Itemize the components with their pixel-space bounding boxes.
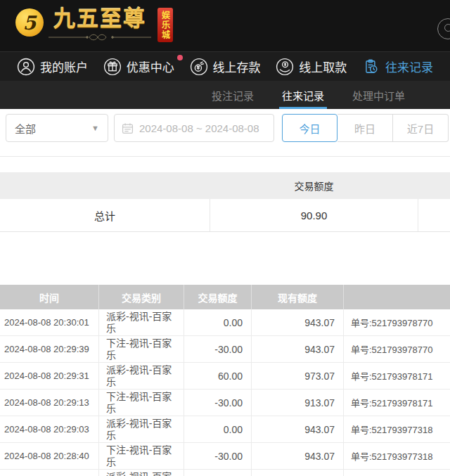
- cell-balance: [251, 470, 343, 476]
- logo-circle-icon: 5: [15, 8, 44, 37]
- cell-order-number: 单号:521793978770: [343, 336, 450, 362]
- table-row: 2024-08-08 20:30:01 派彩-视讯-百家乐 0.00 943.0…: [0, 309, 450, 336]
- filter-bar: 全部 ▼ 2024-08-08 ~ 2024-08-08 今日 昨日 近7日: [0, 109, 450, 156]
- cell-order-number: 单号:521793978171: [343, 363, 450, 389]
- summary-amount-header: 交易额度: [210, 179, 418, 193]
- cell-order-number: [343, 470, 450, 476]
- summary-total-value: 90.90: [210, 199, 418, 231]
- nav-item-deposit[interactable]: 线上存款: [190, 58, 261, 76]
- table-row: 2024-08-08 20:29:13 下注-视讯-百家乐 -30.00 913…: [0, 390, 450, 416]
- cell-order-number: 单号:521793977318: [343, 443, 450, 469]
- tab-label: 往来记录: [282, 88, 324, 103]
- tab-bet-records[interactable]: 投注记录: [209, 81, 257, 109]
- column-header-time: 时间: [0, 285, 98, 309]
- cell-time: 2024-08-08 20:29:03: [0, 416, 98, 442]
- cell-balance: 943.07: [251, 443, 343, 469]
- cell-time: 2024-08-08 20:30:01: [0, 309, 98, 335]
- today-button[interactable]: 今日: [282, 114, 338, 142]
- tab-label: 处理中订单: [352, 88, 405, 103]
- cell-amount: 0.00: [184, 416, 251, 442]
- yesterday-button[interactable]: 昨日: [338, 114, 393, 142]
- date-range-value: 2024-08-08 ~ 2024-08-08: [139, 122, 259, 134]
- cell-amount: [184, 470, 251, 476]
- nav-label: 往来记录: [385, 58, 433, 75]
- nav-label: 优惠中心: [127, 58, 174, 75]
- page: 5 九五至尊 娱乐城: [0, 0, 450, 476]
- records-table-body: 2024-08-08 20:30:01 派彩-视讯-百家乐 0.00 943.0…: [0, 309, 450, 476]
- nav-label: 线上取款: [299, 58, 347, 75]
- tab-label: 投注记录: [212, 88, 254, 103]
- cell-order-number: 单号:521793978171: [343, 390, 450, 416]
- nav-label: 线上存款: [213, 58, 261, 75]
- cell-type: 下注-视讯-百家乐: [98, 443, 184, 469]
- nav-item-promotions[interactable]: 优惠中心: [103, 58, 174, 76]
- deposit-icon: [190, 58, 208, 76]
- cell-balance: 973.07: [251, 363, 343, 389]
- gift-icon: [103, 58, 122, 76]
- brand-badge: 娱乐城: [158, 8, 173, 42]
- nav-label: 我的账户: [40, 58, 88, 75]
- category-select[interactable]: 全部 ▼: [6, 114, 108, 142]
- cell-type: 派彩-视讯-百家乐: [98, 309, 184, 335]
- brand-logo[interactable]: 5 九五至尊 娱乐城: [15, 7, 173, 42]
- cell-type: 下注-视讯-百家乐: [98, 390, 184, 416]
- date-range-input[interactable]: 2024-08-08 ~ 2024-08-08: [114, 114, 274, 142]
- cell-balance: 943.07: [251, 309, 343, 335]
- summary-total-label: 总计: [0, 199, 210, 231]
- cell-type: 派彩-视讯-百家乐: [98, 416, 184, 442]
- withdraw-icon: [276, 58, 294, 76]
- notification-dot: [177, 55, 183, 60]
- brand-header: 5 九五至尊 娱乐城: [0, 0, 450, 51]
- user-icon: [17, 58, 35, 76]
- summary-total-row: 总计 90.90: [0, 199, 450, 232]
- column-header-amount: 交易额度: [184, 285, 251, 309]
- category-select-value: 全部: [15, 121, 36, 136]
- chevron-down-icon: ▼: [91, 124, 99, 132]
- nav-item-records[interactable]: 往来记录: [362, 58, 433, 76]
- cell-type: 派彩-视讯-百家乐: [98, 363, 184, 389]
- records-table-header: 时间 交易类别 交易额度 现有额度: [0, 285, 450, 309]
- cell-time: 2024-08-08 20:29:31: [0, 363, 98, 389]
- column-header-balance: 现有额度: [251, 285, 343, 309]
- nav-item-my-account[interactable]: 我的账户: [17, 58, 88, 76]
- tab-processing-orders[interactable]: 处理中订单: [349, 81, 408, 109]
- cell-time: 2024-08-08 20:29:39: [0, 336, 98, 362]
- account-circle-icon[interactable]: [437, 18, 450, 39]
- nav-item-withdraw[interactable]: 线上取款: [276, 58, 347, 76]
- cell-balance: 943.07: [251, 416, 343, 442]
- table-row: 派彩-视讯-百家乐: [0, 470, 450, 476]
- cell-balance: 943.07: [251, 336, 343, 362]
- cell-amount: 60.00: [184, 363, 251, 389]
- cell-amount: -30.00: [184, 390, 251, 416]
- column-header-order: [343, 285, 450, 309]
- cell-amount: -30.00: [184, 443, 251, 469]
- cell-amount: -30.00: [184, 336, 251, 362]
- cell-order-number: 单号:521793977318: [343, 416, 450, 442]
- table-row: 2024-08-08 20:28:40 下注-视讯-百家乐 -30.00 943…: [0, 443, 450, 470]
- calendar-icon: [122, 122, 134, 134]
- main-nav: 我的账户 优惠中心 线上存款: [0, 51, 450, 81]
- cell-type: 下注-视讯-百家乐: [98, 336, 184, 362]
- brand-title: 九五至尊: [53, 7, 146, 31]
- flourish-ornament-icon: [47, 33, 153, 41]
- summary-header-row: 交易额度: [0, 172, 450, 199]
- cell-time: [0, 470, 98, 476]
- logo-monogram: 5: [23, 13, 37, 32]
- last7days-button[interactable]: 近7日: [393, 114, 449, 142]
- cell-type: 派彩-视讯-百家乐: [98, 470, 184, 476]
- cell-order-number: 单号:521793978770: [343, 309, 450, 335]
- quick-date-buttons: 今日 昨日 近7日: [282, 114, 449, 142]
- cell-balance: 913.07: [251, 390, 343, 416]
- table-row: 2024-08-08 20:29:31 派彩-视讯-百家乐 60.00 973.…: [0, 363, 450, 390]
- records-icon: [362, 58, 380, 76]
- record-tabs: 投注记录 往来记录 处理中订单: [0, 81, 450, 109]
- table-row: 2024-08-08 20:29:39 下注-视讯-百家乐 -30.00 943…: [0, 336, 450, 363]
- cell-time: 2024-08-08 20:29:13: [0, 390, 98, 416]
- tab-transaction-records[interactable]: 往来记录: [279, 81, 327, 109]
- column-header-type: 交易类别: [98, 285, 184, 309]
- cell-amount: 0.00: [184, 309, 251, 335]
- cell-time: 2024-08-08 20:28:40: [0, 443, 98, 469]
- table-row: 2024-08-08 20:29:03 派彩-视讯-百家乐 0.00 943.0…: [0, 416, 450, 443]
